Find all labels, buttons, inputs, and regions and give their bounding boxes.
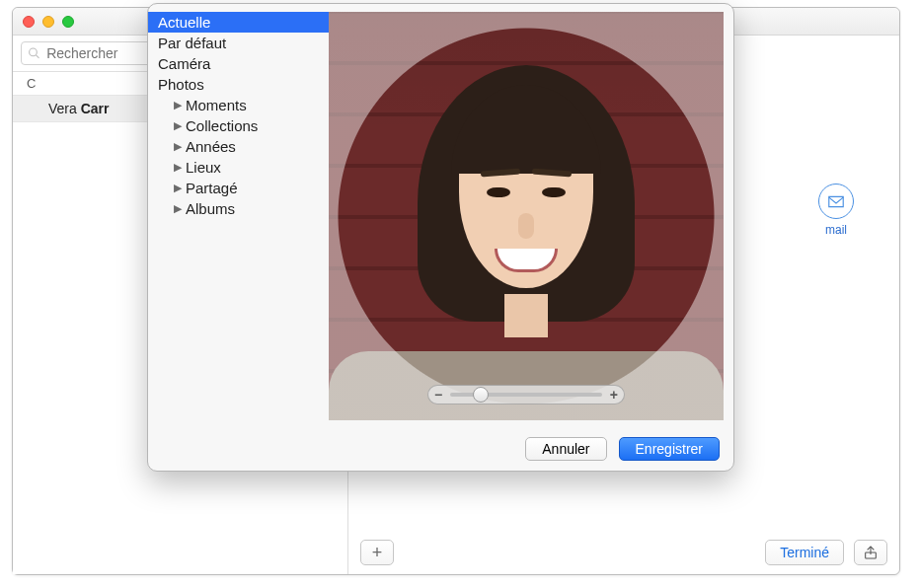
photos-collections[interactable]: ▶ Collections bbox=[148, 115, 329, 136]
svg-point-0 bbox=[30, 48, 38, 56]
photos-shared[interactable]: ▶ Partagé bbox=[148, 178, 329, 198]
photo-source-sidebar: Actuelle Par défaut Caméra Photos ▶ Mome… bbox=[148, 4, 329, 427]
search-icon bbox=[28, 46, 40, 60]
mail-label: mail bbox=[818, 223, 854, 237]
source-camera[interactable]: Caméra bbox=[148, 53, 329, 74]
cancel-button[interactable]: Annuler bbox=[525, 437, 606, 461]
source-default[interactable]: Par défaut bbox=[148, 33, 329, 53]
portrait-head bbox=[418, 65, 635, 351]
photos-moments-label: Moments bbox=[186, 97, 247, 113]
save-button[interactable]: Enregistrer bbox=[619, 437, 720, 461]
photos-years[interactable]: ▶ Années bbox=[148, 136, 329, 157]
photos-places[interactable]: ▶ Lieux bbox=[148, 157, 329, 178]
mail-icon bbox=[818, 184, 854, 219]
contact-first-name: Vera bbox=[48, 101, 77, 116]
minimize-window-button[interactable] bbox=[42, 16, 54, 28]
done-button[interactable]: Terminé bbox=[765, 540, 844, 565]
zoom-knob[interactable] bbox=[473, 387, 489, 403]
chevron-right-icon: ▶ bbox=[174, 182, 182, 194]
share-button[interactable] bbox=[854, 540, 887, 565]
photo-preview: − + bbox=[329, 4, 733, 427]
source-current[interactable]: Actuelle bbox=[148, 12, 329, 33]
chevron-right-icon: ▶ bbox=[174, 119, 182, 132]
traffic-lights bbox=[23, 16, 74, 28]
zoom-track[interactable] bbox=[450, 393, 602, 397]
photos-shared-label: Partagé bbox=[186, 180, 238, 196]
photo-picker-popover: Actuelle Par défaut Caméra Photos ▶ Mome… bbox=[147, 3, 734, 472]
popover-footer: Annuler Enregistrer bbox=[148, 427, 733, 471]
zoom-in-icon[interactable]: + bbox=[610, 387, 618, 403]
zoom-out-icon[interactable]: − bbox=[434, 387, 442, 403]
zoom-window-button[interactable] bbox=[62, 16, 74, 28]
photo-preview-image[interactable]: − + bbox=[329, 12, 724, 420]
chevron-right-icon: ▶ bbox=[174, 140, 182, 153]
detail-bottom-bar: + Terminé bbox=[348, 531, 899, 574]
svg-line-1 bbox=[36, 55, 38, 58]
chevron-right-icon: ▶ bbox=[174, 161, 182, 174]
done-label: Terminé bbox=[780, 545, 829, 560]
close-window-button[interactable] bbox=[23, 16, 35, 28]
contact-last-name: Carr bbox=[81, 101, 110, 116]
chevron-right-icon: ▶ bbox=[174, 202, 182, 215]
photos-albums[interactable]: ▶ Albums bbox=[148, 198, 329, 219]
photos-places-label: Lieux bbox=[186, 159, 221, 176]
photos-moments[interactable]: ▶ Moments bbox=[148, 95, 329, 115]
share-icon bbox=[863, 545, 879, 560]
photos-collections-label: Collections bbox=[186, 117, 258, 134]
source-photos[interactable]: Photos bbox=[148, 74, 329, 95]
photos-albums-label: Albums bbox=[186, 200, 235, 217]
photos-years-label: Années bbox=[186, 138, 236, 155]
mail-action[interactable]: mail bbox=[818, 184, 854, 237]
add-button[interactable]: + bbox=[360, 540, 394, 565]
chevron-right-icon: ▶ bbox=[174, 99, 182, 111]
zoom-slider[interactable]: − + bbox=[427, 385, 625, 404]
plus-icon: + bbox=[372, 543, 383, 563]
